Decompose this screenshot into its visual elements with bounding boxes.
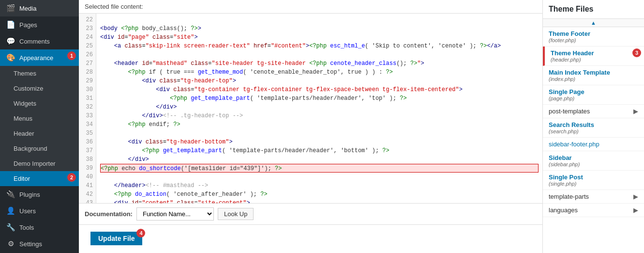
media-icon: 🎬 [6, 4, 15, 13]
code-line-29: <div class="tg-header-top"> [100, 77, 539, 85]
file-title: Single Page [549, 88, 638, 95]
code-line-42: <?php do_action( 'cenote_after_header' )… [100, 190, 539, 199]
code-lines[interactable]: <body <?php body_class(); ?>><div id="pa… [96, 14, 542, 203]
pages-icon: 📄 [6, 20, 15, 29]
code-line-23: <body <?php body_class(); ?>> [100, 24, 539, 33]
file-item-sidebar-footer[interactable]: sidebar-footer.php [543, 138, 644, 151]
sidebar-item-header[interactable]: Header [0, 126, 79, 141]
comments-icon: 💬 [6, 37, 15, 46]
sidebar-item-editor[interactable]: Editor 2 [0, 171, 79, 186]
sidebar-item-demo-importer[interactable]: Demo Importer [0, 156, 79, 171]
documentation-label: Documentation: [85, 210, 133, 218]
sidebar-item-appearance[interactable]: 🎨 Appearance 1 [0, 49, 79, 66]
code-line-31: <?php get_template_part( 'template-parts… [100, 94, 539, 103]
theme-header-badge: 3 [632, 48, 641, 57]
main-content: Selected file content: 22232425262728293… [79, 0, 542, 253]
file-sub: (search.php) [549, 128, 638, 134]
file-item-theme-header[interactable]: Theme Header(header.php)3 [543, 47, 644, 66]
file-sub: (sidebar.php) [549, 161, 638, 167]
sidebar-item-widgets[interactable]: Widgets [0, 96, 79, 111]
selected-file-label: Selected file content: [79, 0, 542, 14]
code-line-38: </div> [100, 155, 539, 164]
editor-area: Selected file content: 22232425262728293… [79, 0, 542, 203]
users-icon: 👤 [6, 206, 15, 215]
code-line-36: <div class="tg-header-bottom"> [100, 138, 539, 146]
file-title: Theme Header [551, 49, 638, 57]
chevron-right-icon: ▶ [633, 193, 638, 200]
tools-icon: 🔧 [6, 223, 15, 232]
settings-icon: ⚙ [6, 239, 15, 248]
file-item-single-post[interactable]: Single Post(single.php) [543, 171, 644, 190]
plugins-icon: 🔌 [6, 190, 15, 199]
code-line-32: </div> [100, 103, 539, 111]
file-group-label: template-parts [549, 193, 589, 200]
sidebar-item-settings[interactable]: ⚙ Settings [0, 236, 79, 252]
sidebar-item-comments[interactable]: 💬 Comments [0, 33, 79, 49]
file-group-label: languages [549, 206, 578, 214]
code-line-41: </header><!-- #masthead --> [100, 181, 539, 190]
file-item-sidebar[interactable]: Sidebar(sidebar.php) [543, 151, 644, 171]
sidebar-item-plugins[interactable]: 🔌 Plugins [0, 186, 79, 203]
footer-actions: Update File 4 [79, 224, 542, 253]
file-sub: (index.php) [549, 76, 638, 82]
sidebar-item-pages[interactable]: 📄 Pages [0, 16, 79, 33]
code-container[interactable]: 2223242526272829303132333435363738394041… [79, 14, 542, 203]
code-line-34: <?php endif; ?> [100, 120, 539, 129]
documentation-bar: Documentation: Function Name... Look Up [79, 203, 542, 224]
file-sub: (header.php) [551, 57, 638, 63]
file-group-label: post-templates [549, 108, 590, 115]
code-line-33: </div><!-- .tg-header-top --> [100, 111, 539, 120]
sidebar-item-media[interactable]: 🎬 Media [0, 0, 79, 16]
file-group-template-parts[interactable]: template-parts▶ [543, 190, 644, 204]
chevron-right-icon: ▶ [633, 108, 638, 115]
sidebar-item-themes[interactable]: Themes [0, 66, 79, 81]
code-line-40 [100, 173, 539, 181]
file-item-search-results[interactable]: Search Results(search.php) [543, 118, 644, 138]
editor-badge: 2 [67, 173, 76, 182]
appearance-badge: 1 [67, 51, 76, 60]
sidebar-item-menus[interactable]: Menus [0, 111, 79, 126]
code-line-26 [100, 50, 539, 59]
code-line-28: <?php if ( true === get_theme_mod( 'ceno… [100, 68, 539, 77]
file-item-single-page[interactable]: Single Page(page.php) [543, 85, 644, 105]
line-numbers: 2223242526272829303132333435363738394041… [79, 14, 96, 203]
sidebar-item-users[interactable]: 👤 Users [0, 203, 79, 219]
file-title: Single Post [549, 174, 638, 181]
sidebar-item-tools[interactable]: 🔧 Tools [0, 219, 79, 236]
code-line-39: <?php echo do_shortcode('[metaslider id=… [100, 164, 539, 173]
sidebar: 🎬 Media 📄 Pages 💬 Comments 🎨 Appearance … [0, 0, 79, 253]
code-line-35 [100, 129, 539, 138]
code-line-25: <a class="skip-link screen-reader-text" … [100, 42, 539, 50]
update-file-button[interactable]: Update File 4 [90, 232, 142, 245]
file-sub: (page.php) [549, 95, 638, 101]
file-title: Search Results [549, 121, 638, 128]
appearance-submenu: Themes Customize Widgets Menus Header Ba… [0, 66, 79, 186]
file-title: Theme Footer [549, 30, 638, 37]
file-sub: (single.php) [549, 181, 638, 187]
lookup-button[interactable]: Look Up [218, 208, 254, 220]
code-line-43: <div id="content" class="site-content"> [100, 199, 539, 203]
chevron-right-icon: ▶ [633, 206, 638, 214]
sidebar-item-background[interactable]: Background [0, 141, 79, 156]
file-title: Main Index Template [549, 69, 638, 76]
file-list: ▲Theme Footer(footer.php)Theme Header(he… [543, 19, 644, 253]
file-group-languages[interactable]: languages▶ [543, 204, 644, 217]
file-group-post-templates[interactable]: post-templates▶ [543, 105, 644, 118]
code-line-30: <div class="tg-container tg-flex-contain… [100, 85, 539, 94]
code-line-24: <div id="page" class="site"> [100, 33, 539, 42]
file-sub: (footer.php) [549, 37, 638, 43]
appearance-icon: 🎨 [6, 53, 15, 62]
function-name-select[interactable]: Function Name... [136, 207, 214, 221]
file-item-theme-footer[interactable]: Theme Footer(footer.php) [543, 27, 644, 47]
code-line-22 [100, 16, 539, 24]
update-badge: 4 [136, 229, 145, 237]
code-line-27: <header id="masthead" class="site-header… [100, 59, 539, 68]
file-title: sidebar-footer.php [549, 141, 638, 148]
code-line-37: <?php get_template_part( 'template-parts… [100, 146, 539, 155]
right-panel: Theme Files ▲Theme Footer(footer.php)The… [542, 0, 644, 253]
theme-files-title: Theme Files [543, 0, 644, 19]
file-title: Sidebar [549, 154, 638, 161]
file-item-main-index[interactable]: Main Index Template(index.php) [543, 66, 644, 85]
sidebar-item-customize[interactable]: Customize [0, 81, 79, 96]
